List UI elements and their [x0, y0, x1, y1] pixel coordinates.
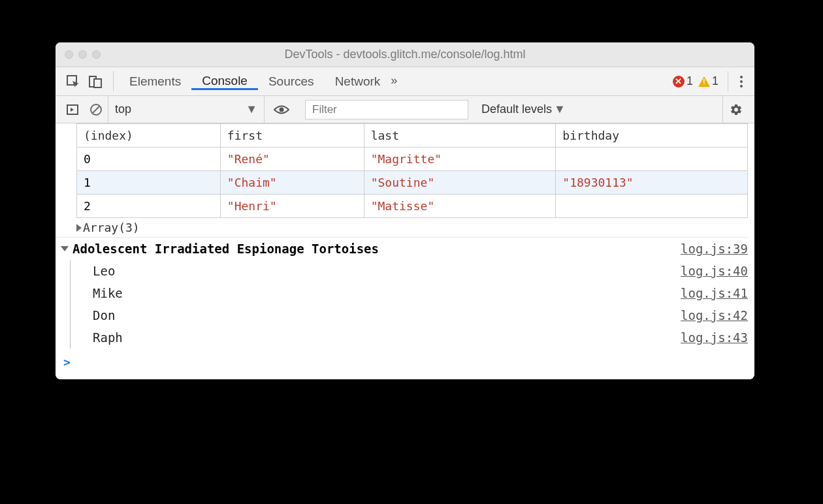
tab-sources[interactable]: Sources	[258, 74, 325, 89]
prompt-chevron-icon: >	[63, 355, 71, 369]
close-button[interactable]	[65, 50, 73, 59]
toggle-sidebar-icon[interactable]	[61, 103, 84, 116]
th-birthday[interactable]: birthday	[556, 124, 748, 148]
svg-line-5	[93, 106, 99, 113]
log-entry: Don log.js:42	[71, 304, 748, 326]
array-summary-text: Array(3)	[83, 221, 140, 234]
panel-tabs: Elements Console Sources Network »	[119, 74, 669, 89]
source-link[interactable]: log.js:41	[681, 286, 748, 300]
log-entry: Leo log.js:40	[71, 260, 748, 282]
cell-birthday: "18930113"	[556, 171, 748, 195]
th-last[interactable]: last	[364, 124, 556, 148]
inspect-icon[interactable]	[66, 74, 80, 89]
log-text: Leo	[93, 264, 115, 278]
console-settings-icon[interactable]	[722, 96, 749, 123]
main-menu-icon[interactable]	[734, 76, 749, 87]
log-entry: Mike log.js:41	[71, 282, 748, 304]
svg-point-6	[280, 107, 284, 112]
warnings-badge[interactable]: 1	[698, 74, 718, 88]
cell-index: 2	[77, 195, 221, 218]
svg-rect-2	[94, 79, 101, 87]
context-label: top	[115, 102, 131, 116]
main-toolbar: Elements Console Sources Network » ✕ 1 1	[56, 67, 754, 96]
filter-input[interactable]	[305, 100, 468, 119]
source-link[interactable]: log.js:42	[681, 308, 748, 323]
traffic-lights	[65, 50, 101, 59]
table-row: 0 "René" "Magritte"	[77, 148, 748, 171]
window-title: DevTools - devtools.glitch.me/console/lo…	[56, 48, 754, 61]
cell-first: "Chaim"	[220, 171, 364, 195]
cell-last: "Magritte"	[364, 148, 556, 171]
console-table: (index) first last birthday 0 "René" "Ma…	[76, 123, 748, 218]
source-link[interactable]: log.js:43	[681, 330, 748, 345]
warnings-count: 1	[712, 74, 718, 88]
titlebar: DevTools - devtools.glitch.me/console/lo…	[56, 42, 754, 67]
cell-first: "Henri"	[220, 195, 364, 218]
th-first[interactable]: first	[220, 124, 364, 148]
more-tabs-icon[interactable]: »	[391, 74, 398, 89]
warning-icon	[698, 76, 710, 87]
collapse-icon	[61, 246, 69, 251]
log-levels-select[interactable]: Default levels ▼	[475, 102, 572, 116]
expand-icon	[76, 224, 82, 232]
errors-badge[interactable]: ✕ 1	[673, 74, 693, 88]
cell-last: "Matisse"	[364, 195, 556, 218]
cell-index: 0	[77, 148, 221, 171]
issue-counts: ✕ 1 1	[669, 74, 722, 88]
levels-label: Default levels	[481, 102, 552, 116]
group-label: Adolescent Irradiated Espionage Tortoise…	[73, 242, 379, 256]
cell-first: "René"	[220, 148, 364, 171]
device-toolbar-icon[interactable]	[88, 74, 103, 89]
cell-birthday	[556, 148, 748, 171]
chevron-down-icon: ▼	[246, 102, 257, 116]
source-link[interactable]: log.js:40	[681, 264, 748, 278]
chevron-down-icon: ▼	[554, 102, 566, 116]
cell-index: 1	[77, 171, 221, 195]
table-row: 2 "Henri" "Matisse"	[77, 195, 748, 218]
log-text: Mike	[93, 286, 123, 300]
source-link[interactable]: log.js:39	[681, 242, 748, 256]
cell-birthday	[556, 195, 748, 218]
group-header[interactable]: Adolescent Irradiated Espionage Tortoise…	[56, 237, 748, 260]
log-entry: Raph log.js:43	[71, 326, 748, 349]
console-toolbar: top ▼ Default levels ▼	[56, 96, 754, 123]
console-prompt[interactable]: >	[56, 349, 754, 379]
minimize-button[interactable]	[78, 50, 87, 59]
error-icon: ✕	[673, 76, 685, 87]
devtools-window: DevTools - devtools.glitch.me/console/lo…	[56, 42, 754, 379]
group-items: Leo log.js:40 Mike log.js:41 Don log.js:…	[70, 260, 748, 349]
maximize-button[interactable]	[92, 50, 101, 59]
errors-count: 1	[686, 74, 693, 88]
live-expression-icon[interactable]	[265, 104, 299, 115]
console-output: (index) first last birthday 0 "René" "Ma…	[56, 123, 754, 379]
console-group: Adolescent Irradiated Espionage Tortoise…	[56, 237, 754, 349]
log-text: Don	[93, 308, 115, 323]
tab-network[interactable]: Network	[325, 74, 391, 89]
th-index[interactable]: (index)	[77, 124, 221, 148]
table-header-row: (index) first last birthday	[77, 124, 748, 148]
execution-context-select[interactable]: top ▼	[108, 96, 265, 123]
array-summary-row[interactable]: Array(3)	[56, 218, 754, 237]
tab-elements[interactable]: Elements	[119, 74, 191, 89]
clear-console-icon[interactable]	[84, 103, 108, 116]
log-text: Raph	[93, 330, 123, 345]
table-row: 1 "Chaim" "Soutine" "18930113"	[77, 171, 748, 195]
tab-console[interactable]: Console	[191, 74, 258, 90]
cell-last: "Soutine"	[364, 171, 556, 195]
